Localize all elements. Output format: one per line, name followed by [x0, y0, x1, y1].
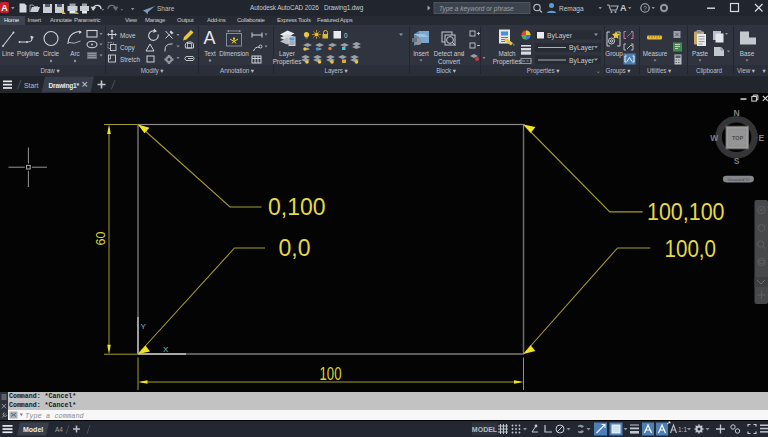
svg-text:ByLayer: ByLayer [547, 32, 573, 40]
svg-text:Start: Start [24, 82, 38, 89]
svg-text:ByLayer: ByLayer [569, 44, 595, 52]
svg-text:Share: Share [157, 5, 175, 12]
svg-text:A: A [204, 28, 216, 48]
svg-text:Type a command: Type a command [25, 412, 85, 420]
svg-text:Base: Base [740, 50, 755, 57]
svg-text:Group: Group [605, 50, 623, 58]
svg-text:Drawing1.dwg: Drawing1.dwg [324, 4, 364, 12]
svg-text:TOP: TOP [732, 135, 744, 141]
svg-text:Unsaved Vi: Unsaved Vi [727, 177, 749, 182]
svg-text:Measure: Measure [643, 50, 668, 57]
svg-text:100,100: 100,100 [647, 199, 725, 225]
svg-text:Properties: Properties [273, 58, 302, 66]
svg-text:Insert: Insert [413, 50, 429, 57]
svg-text:Copy: Copy [120, 44, 136, 52]
svg-text:A: A [620, 3, 627, 13]
svg-text:Paste: Paste [692, 50, 709, 57]
svg-text:Layer: Layer [279, 50, 295, 58]
svg-text:Type a keyword or phrase: Type a keyword or phrase [439, 5, 514, 13]
svg-text:A4: A4 [55, 426, 63, 433]
svg-text:N: N [734, 108, 740, 118]
svg-text:Text: Text [204, 50, 216, 57]
svg-text:E: E [758, 133, 764, 143]
svg-text:?: ? [643, 5, 647, 12]
svg-text:Match: Match [498, 50, 516, 57]
svg-text:ByLayer: ByLayer [569, 57, 595, 65]
svg-text:0,100: 0,100 [268, 194, 326, 220]
svg-text:Convert: Convert [438, 58, 460, 65]
svg-text:W: W [710, 133, 719, 143]
svg-text:Autodesk AutoCAD 2026: Autodesk AutoCAD 2026 [250, 4, 319, 11]
svg-text:60: 60 [94, 232, 108, 246]
svg-text:Move: Move [120, 32, 136, 39]
svg-text:Remaga: Remaga [559, 5, 584, 13]
svg-text:Properties: Properties [493, 58, 522, 66]
svg-text:100: 100 [320, 364, 342, 384]
svg-text:Arc: Arc [70, 50, 79, 57]
svg-text:Dimension: Dimension [219, 50, 249, 57]
svg-text:0: 0 [344, 32, 348, 39]
svg-text:MODEL: MODEL [472, 426, 498, 433]
svg-text:X: X [163, 345, 169, 354]
svg-text:Drawing1*: Drawing1* [49, 82, 80, 90]
svg-text:Circle: Circle [43, 50, 60, 57]
svg-text:Stretch: Stretch [120, 56, 140, 63]
svg-text:1:1: 1:1 [678, 426, 687, 433]
svg-text:A: A [1, 3, 8, 13]
svg-text:Model: Model [23, 426, 43, 433]
svg-text:0,0: 0,0 [279, 235, 311, 261]
svg-text:Y: Y [141, 322, 147, 331]
svg-text:Detect and: Detect and [434, 50, 465, 57]
svg-text:Polyline: Polyline [17, 50, 40, 58]
svg-text:100,0: 100,0 [665, 236, 717, 262]
svg-text:S: S [734, 156, 740, 166]
svg-text:Line: Line [2, 50, 14, 57]
